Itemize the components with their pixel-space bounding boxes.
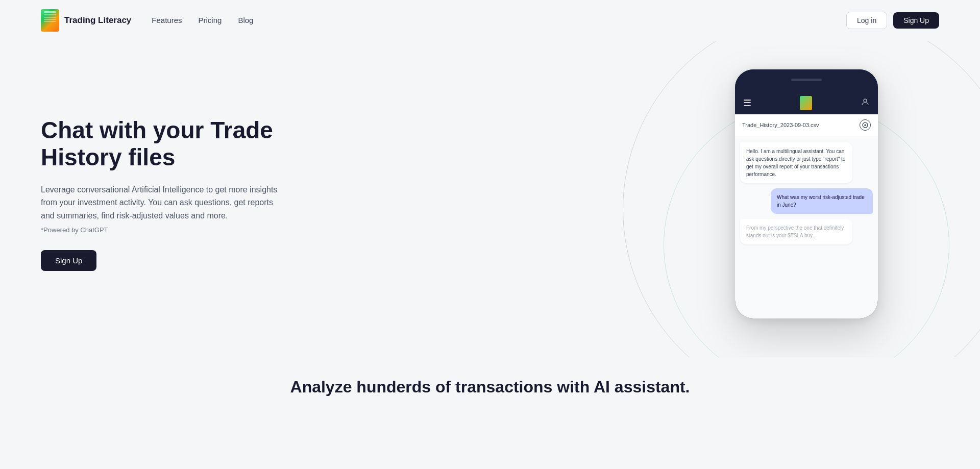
phone-mockup-container: ☰ Trade_History_2023-09-03.csv [735, 69, 939, 318]
chat-area: Hello. I am a multilingual assistant. Yo… [735, 136, 878, 251]
signup-button-hero[interactable]: Sign Up [41, 250, 96, 271]
nav-item-blog[interactable]: Blog [238, 16, 253, 25]
chat-message-bot-2: From my perspective the one that definit… [740, 219, 852, 244]
nav-item-features[interactable]: Features [152, 16, 182, 25]
user-icon [861, 97, 870, 109]
phone-wrap: ☰ Trade_History_2023-09-03.csv [735, 69, 888, 318]
nav-links: Features Pricing Blog [152, 16, 253, 25]
phone-notch [781, 79, 832, 90]
bottom-title: Analyze hunderds of transactions with AI… [41, 378, 939, 397]
file-name: Trade_History_2023-09-03.csv [742, 122, 819, 128]
phone-topbar: ☰ [735, 90, 878, 114]
hero-description: Leverage conversational Artificial Intel… [41, 183, 286, 223]
menu-icon: ☰ [743, 98, 751, 108]
nav-right: Log in Sign Up [846, 12, 939, 29]
nav-item-pricing[interactable]: Pricing [199, 16, 222, 25]
signup-button-nav[interactable]: Sign Up [893, 12, 939, 29]
hero-title: Chat with your Trade History files [41, 117, 306, 171]
logo-link[interactable]: Trading Literacy [41, 9, 131, 32]
phone-content: Trade_History_2023-09-03.csv Hel [735, 114, 878, 318]
svg-point-0 [864, 99, 867, 102]
nav-left: Trading Literacy Features Pricing Blog [41, 9, 253, 32]
nav-link-blog[interactable]: Blog [238, 16, 253, 24]
powered-by: *Powered by ChatGPT [41, 226, 306, 234]
chat-message-bot-1: Hello. I am a multilingual assistant. Yo… [740, 142, 852, 183]
navbar: Trading Literacy Features Pricing Blog L… [0, 0, 980, 41]
upload-icon [860, 119, 871, 131]
nav-link-pricing[interactable]: Pricing [199, 16, 222, 24]
nav-link-features[interactable]: Features [152, 16, 182, 24]
hero-section: Chat with your Trade History files Lever… [0, 41, 980, 357]
brand-name: Trading Literacy [64, 15, 131, 26]
bottom-section: Analyze hunderds of transactions with AI… [0, 357, 980, 407]
chat-message-user-1: What was my worst risk-adjusted trade in… [771, 188, 873, 214]
file-bar: Trade_History_2023-09-03.csv [735, 114, 878, 136]
login-button[interactable]: Log in [846, 12, 887, 29]
hero-content: Chat with your Trade History files Lever… [41, 117, 306, 271]
phone-logo-icon [800, 96, 812, 110]
phone-notch-area [735, 69, 878, 90]
phone-notch-bar [791, 79, 822, 81]
phone-device: ☰ Trade_History_2023-09-03.csv [735, 69, 878, 318]
logo-icon [41, 9, 59, 32]
